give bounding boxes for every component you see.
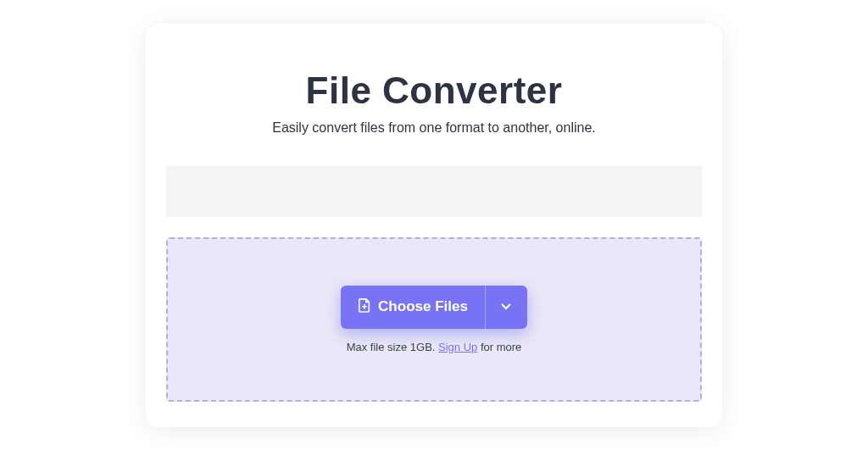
choose-files-group: Choose Files — [341, 286, 527, 329]
choose-files-label: Choose Files — [378, 298, 468, 315]
caption-suffix: for more — [477, 341, 521, 353]
converter-card: File Converter Easily convert files from… — [146, 24, 722, 427]
choose-files-dropdown-button[interactable] — [485, 286, 527, 329]
file-dropzone[interactable]: Choose Files Max file size 1GB. Sign Up … — [166, 237, 702, 402]
page-subtitle: Easily convert files from one format to … — [272, 120, 596, 136]
options-strip — [166, 166, 702, 217]
chevron-down-icon — [500, 300, 512, 314]
choose-files-button[interactable]: Choose Files — [341, 286, 485, 329]
dropzone-caption: Max file size 1GB. Sign Up for more — [347, 341, 522, 353]
file-add-icon — [358, 297, 371, 317]
signup-link[interactable]: Sign Up — [438, 341, 477, 353]
page-title: File Converter — [306, 69, 563, 112]
max-size-text: Max file size 1GB. — [347, 341, 438, 353]
